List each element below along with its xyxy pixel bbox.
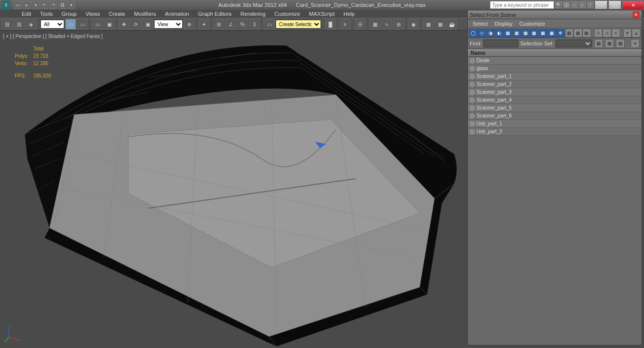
rect-select-icon[interactable]: ▭ [92,19,103,30]
visibility-toggle-icon[interactable] [470,114,475,118]
app-icon[interactable]: 3 [1,0,10,9]
visibility-toggle-icon[interactable] [470,106,475,111]
material-editor-icon[interactable]: ◉ [408,19,419,30]
expand-icon[interactable]: ▴ [632,29,641,38]
list-view-icon[interactable]: ≡ [594,29,603,38]
list-item[interactable]: Diode [468,57,642,65]
filter-cameras-icon[interactable]: ◐ [495,29,504,38]
menu-modifiers[interactable]: Modifiers [130,11,160,17]
sfs-list[interactable]: DiodeglassScanner_part_1Scanner_part_2Sc… [468,57,642,345]
select-invert-icon[interactable]: ▦ [582,29,591,38]
sfs-menu-select[interactable]: Select [473,21,488,27]
select-object-icon[interactable]: ▭ [65,19,76,30]
link-icon[interactable]: ⛓ [58,1,66,9]
list-item[interactable]: Scanner_part_5 [468,104,642,112]
list-view3-icon[interactable]: ≡ [611,29,620,38]
unlink-icon[interactable]: ⛓ [14,19,25,30]
list-view2-icon[interactable]: ≡ [603,29,611,38]
bind-icon[interactable]: ◈ [26,19,37,30]
list-item[interactable]: Usb_part_2 [468,128,642,136]
sfs-column-header[interactable]: Name [468,49,642,57]
sfs-menu-customize[interactable]: Customize [520,21,545,27]
render-frame-icon[interactable]: ▦ [435,19,445,30]
menu-create[interactable]: Create [105,11,129,17]
save-icon[interactable]: ▾ [32,1,40,9]
help-icon[interactable]: ? [587,1,594,8]
sfs-menu-display[interactable]: Display [495,21,513,27]
link-icon[interactable]: ⛓ [2,19,13,30]
percent-snap-icon[interactable]: % [237,19,248,30]
menu-views[interactable]: Views [81,11,104,17]
render-setup-icon[interactable]: ▦ [423,19,434,30]
binoculars-icon[interactable]: 🔍 [555,1,562,8]
graphite-icon[interactable]: ▦ [369,19,380,30]
menu-edit[interactable]: Edit [18,11,35,17]
named-selset-combo[interactable]: Create Selection Se [276,20,321,29]
move-icon[interactable]: ✥ [119,19,129,30]
search-input[interactable] [490,1,554,9]
window-crossing-icon[interactable]: ▣ [104,19,115,30]
selset-btn1-icon[interactable]: ▦ [594,39,603,48]
undo-icon[interactable]: ↶ [40,1,48,9]
visibility-toggle-icon[interactable] [470,66,475,71]
list-item[interactable]: Scanner_part_1 [468,73,642,80]
menu-customize[interactable]: Customize [271,11,304,17]
visibility-toggle-icon[interactable] [470,82,475,87]
curve-editor-icon[interactable]: ∿ [381,19,392,30]
options-icon[interactable]: ▾ [631,39,640,48]
select-all-icon[interactable]: ▦ [565,29,574,38]
selection-filter-combo[interactable]: All [40,20,64,29]
ref-coord-combo[interactable]: View [154,20,183,29]
selset-btn3-icon[interactable]: ▦ [616,39,625,48]
snap-icon[interactable]: ⊞ [213,19,224,30]
filter-shapes-icon[interactable]: ◇ [478,29,486,38]
open-icon[interactable]: ▸ [23,1,31,9]
star-icon[interactable]: ☆ [571,1,578,8]
filter-helpers-icon[interactable]: ▦ [504,29,513,38]
render-icon[interactable]: ☕ [446,19,457,30]
schematic-icon[interactable]: ⊞ [393,19,404,30]
filter-groups-icon[interactable]: ▦ [521,29,530,38]
list-item[interactable]: Usb_part_1 [468,120,642,128]
visibility-toggle-icon[interactable] [470,98,475,103]
dropdown-icon[interactable]: ▾ [67,1,75,9]
key-icon[interactable]: ⚿ [563,1,570,8]
filter-bones-icon[interactable]: ▦ [539,29,548,38]
menu-help[interactable]: Help [340,11,359,17]
menu-group[interactable]: Group [58,11,81,17]
list-item[interactable]: Scanner_part_4 [468,96,642,104]
select-none-icon[interactable]: ▦ [573,29,582,38]
filter-xrefs-icon[interactable]: ▦ [530,29,539,38]
selset-btn2-icon[interactable]: ▦ [605,39,614,48]
menu-maxscript[interactable]: MAXScript [305,11,339,17]
editnamed-icon[interactable]: ▭ [264,19,275,30]
visibility-toggle-icon[interactable] [470,58,475,63]
collapse-icon[interactable]: ▾ [623,29,632,38]
find-input[interactable] [483,39,518,47]
menu-tools[interactable]: Tools [36,11,57,17]
menu-animation[interactable]: Animation [161,11,193,17]
list-item[interactable]: Scanner_part_6 [468,112,642,120]
axis-gizmo[interactable]: z x y [4,324,22,342]
align-icon[interactable]: ≡ [340,19,351,30]
new-icon[interactable]: ▭ [14,1,22,9]
filter-containers-icon[interactable]: ▦ [547,29,556,38]
maximize-button[interactable]: ◻ [608,0,621,9]
mirror-icon[interactable]: ▐▌ [325,19,336,30]
sfs-titlebar[interactable]: Select From Scene ✕ [468,10,642,19]
menu-rendering[interactable]: Rendering [237,11,270,17]
visibility-toggle-icon[interactable] [470,74,475,79]
filter-spacewarps-icon[interactable]: ▦ [513,29,522,38]
selset-combo[interactable] [556,39,592,47]
select-name-icon[interactable]: ▭ [77,19,88,30]
pivot-icon[interactable]: ⊕ [184,19,195,30]
redo-icon[interactable]: ↷ [49,1,57,9]
filter-lights-icon[interactable]: ◑ [486,29,495,38]
filter-frozen-icon[interactable]: ❄ [556,29,565,38]
list-item[interactable]: Scanner_part_3 [468,88,642,96]
visibility-toggle-icon[interactable] [470,121,475,126]
sfs-close-button[interactable]: ✕ [633,11,640,18]
close-button[interactable]: ✕ [622,0,644,9]
list-item[interactable]: Scanner_part_2 [468,80,642,88]
layers-icon[interactable]: ☰ [355,19,365,30]
